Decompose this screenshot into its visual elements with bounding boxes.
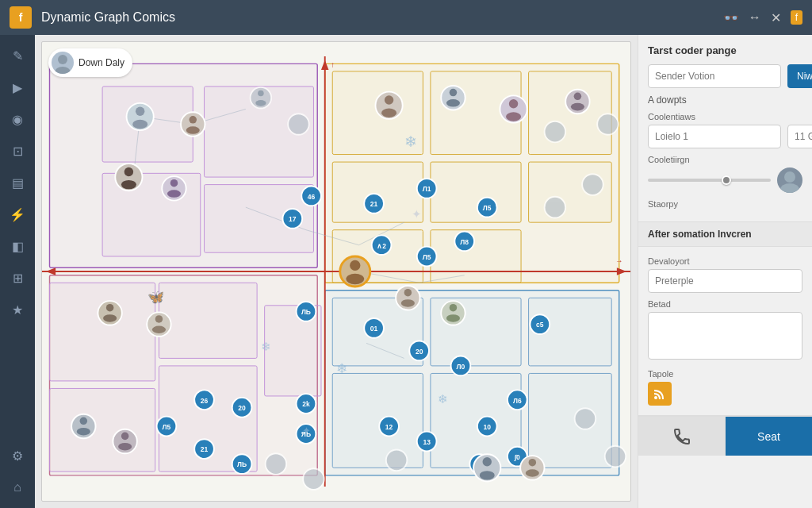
svg-point-140 (582, 174, 603, 195)
svg-point-110 (451, 356, 471, 376)
sidebar-item-layers[interactable]: ◧ (3, 232, 32, 260)
glasses-icon[interactable]: 👓 (723, 10, 739, 25)
betad-textarea[interactable] (648, 312, 802, 360)
svg-text:Л6: Л6 (513, 397, 522, 405)
svg-point-100 (372, 235, 392, 255)
svg-point-84 (446, 99, 460, 107)
svg-point-170 (654, 396, 657, 399)
svg-text:20: 20 (238, 404, 246, 412)
svg-point-53 (170, 179, 178, 187)
svg-text:Л0: Л0 (457, 363, 465, 371)
devaloyort-input[interactable] (648, 269, 802, 293)
filter-slider[interactable] (648, 179, 771, 182)
svg-text:❄: ❄ (438, 392, 448, 406)
svg-rect-19 (431, 162, 521, 222)
sidebar-item-filter[interactable]: ⊡ (3, 137, 32, 165)
svg-rect-7 (102, 173, 201, 256)
main-content: ✎ ▶ ◉ ⊡ ▤ ⚡ ◧ ⊞ ★ ⚙ ⌂ Down Daly (0, 35, 812, 508)
close-icon[interactable]: ✕ (771, 10, 781, 25)
sidebar-item-tag[interactable]: ◉ (3, 105, 32, 133)
svg-point-157 (529, 459, 537, 467)
svg-point-57 (301, 187, 321, 206)
svg-point-128 (194, 439, 214, 459)
svg-point-81 (381, 109, 396, 117)
svg-text:2k: 2k (302, 400, 310, 408)
bookmark-icon[interactable]: f (791, 10, 802, 25)
svg-rect-10 (50, 283, 155, 381)
header-controls: 👓 ↔ ✕ f (723, 10, 802, 25)
sidebar-item-star[interactable]: ★ (3, 295, 32, 324)
tapole-label: Tapole (648, 369, 802, 379)
canvas-area[interactable]: Down Daly (35, 35, 638, 508)
action-bar: Seat (638, 416, 812, 456)
svg-line-42 (366, 343, 404, 358)
svg-text:Л5: Л5 (483, 204, 492, 212)
svg-point-50 (124, 167, 133, 176)
sidebar-item-chart[interactable]: ⊞ (3, 264, 32, 292)
sidebar-item-lightning[interactable]: ⚡ (3, 200, 32, 229)
section-tarst: Tarst coder pange Niw A dowpts Coolentia… (638, 35, 812, 222)
staorpy-label: Staorpy (648, 199, 802, 209)
svg-point-168 (784, 171, 795, 183)
phone-button[interactable] (638, 417, 726, 456)
svg-point-124 (194, 390, 214, 410)
user-badge: Down Daly (48, 48, 132, 77)
sidebar-item-edit[interactable]: ✎ (3, 41, 32, 70)
coord1-input[interactable] (648, 125, 781, 148)
svg-point-130 (232, 454, 252, 474)
sidebar-item-home[interactable]: ⌂ (3, 473, 32, 502)
arrows-icon[interactable]: ↔ (749, 10, 761, 25)
right-panel: Tarst coder pange Niw A dowpts Coolentia… (638, 35, 812, 508)
betad-label: Betad (648, 299, 802, 309)
svg-rect-8 (205, 87, 314, 177)
slider-thumb[interactable] (722, 175, 731, 185)
user-name: Down Daly (79, 57, 124, 68)
svg-point-135 (258, 90, 264, 97)
slider-avatar (777, 167, 802, 193)
svg-point-82 (441, 86, 465, 110)
input-row: Niw (648, 64, 802, 88)
svg-point-70 (80, 418, 88, 425)
svg-rect-18 (332, 162, 423, 222)
niw-button[interactable]: Niw (787, 64, 812, 88)
coord2-input[interactable] (787, 125, 812, 148)
svg-point-141 (545, 197, 566, 218)
sidebar-item-document[interactable]: ▤ (3, 168, 32, 197)
svg-point-108 (409, 341, 429, 361)
svg-point-67 (530, 314, 550, 334)
svg-point-75 (297, 394, 316, 414)
sidebar: ✎ ▶ ◉ ⊡ ▤ ⚡ ◧ ⊞ ★ ⚙ ⌂ (0, 35, 35, 508)
svg-point-87 (506, 112, 521, 121)
svg-point-74 (118, 443, 132, 451)
svg-rect-15 (332, 71, 423, 155)
subtitle-text: A dowpts (648, 94, 802, 106)
svg-point-80 (385, 95, 393, 104)
svg-text:10: 10 (483, 423, 491, 431)
sender-votion-input[interactable] (648, 64, 781, 88)
svg-point-152 (446, 314, 460, 322)
svg-rect-6 (102, 87, 193, 162)
svg-text:12: 12 (385, 423, 393, 431)
filter-label: Cooletiirgn (648, 155, 802, 164)
svg-point-151 (450, 304, 458, 312)
svg-point-55 (282, 209, 302, 229)
seat-button[interactable]: Seat (726, 417, 812, 456)
svg-point-116 (477, 417, 497, 437)
svg-text:↑: ↑ (331, 60, 335, 69)
rss-icon[interactable] (648, 382, 672, 406)
svg-point-102 (417, 247, 437, 267)
sidebar-item-pointer[interactable]: ▶ (3, 73, 32, 102)
svg-point-137 (288, 114, 309, 135)
svg-text:21: 21 (201, 445, 209, 453)
svg-point-63 (155, 315, 163, 323)
svg-point-52 (162, 176, 186, 200)
section-after: Devaloyort Betad Tapole (638, 247, 812, 416)
svg-point-145 (266, 453, 287, 475)
svg-line-37 (246, 207, 306, 230)
svg-rect-4 (50, 275, 318, 475)
graph-svg: 17 46 ЛЬ c5 (42, 42, 630, 501)
sidebar-item-settings[interactable]: ⚙ (3, 441, 32, 470)
svg-point-69 (71, 414, 95, 438)
svg-text:ЯЬ: ЯЬ (301, 430, 311, 438)
avatar (52, 52, 74, 74)
